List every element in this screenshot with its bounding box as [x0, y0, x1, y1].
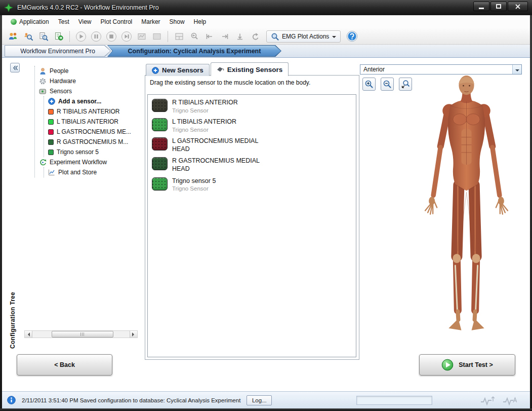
marker-next-button[interactable] — [218, 30, 231, 43]
sensor-name: L GASTROCNEMIUS MEDIAL HEAD — [172, 137, 271, 153]
zoom-previous-icon — [190, 32, 199, 41]
toolbar-separator — [168, 31, 168, 42]
sensor-type: Trigno Sensor — [172, 107, 238, 114]
dropdown-arrow-icon — [332, 36, 336, 40]
status-progress-area — [356, 396, 432, 405]
tree-item-plot-and-store[interactable]: Plot and Store — [44, 167, 142, 177]
sensor-list-item[interactable]: R GASTROCNEMIUS MEDIAL HEAD — [148, 155, 356, 175]
scrollbar-track[interactable] — [32, 331, 130, 338]
sensor-color-chip — [48, 109, 54, 115]
stop-button[interactable] — [104, 30, 118, 43]
undo-zoom-button[interactable] — [248, 30, 262, 43]
tree-item-label: Experiment Workflow — [50, 159, 107, 166]
back-button-label: < Back — [54, 361, 75, 368]
plot-layout-icon — [175, 32, 184, 41]
scroll-right-button[interactable] — [130, 331, 137, 338]
find-user-button[interactable] — [21, 30, 35, 43]
marker-add-button[interactable] — [233, 30, 247, 43]
sensor-list-item[interactable]: Trigno sensor 5Trigno Sensor — [148, 175, 356, 195]
tree-item-add-a-sensor[interactable]: Add a sensor... — [44, 96, 142, 106]
tree-item-r-gastrocnemius[interactable]: R GASTROCNEMIUS M... — [44, 137, 142, 147]
collapse-tree-button[interactable] — [10, 63, 20, 72]
info-icon — [7, 396, 16, 404]
tree-item-l-tibialis-anterior[interactable]: L TIBIALIS ANTERIOR — [44, 117, 142, 127]
manage-users-button[interactable] — [6, 30, 20, 43]
menu-view[interactable]: View — [74, 16, 96, 27]
tree-item-l-gastrocnemius[interactable]: L GASTROCNEMIUS ME... — [44, 127, 142, 137]
trigno-sensor-icon — [152, 99, 168, 112]
record-button[interactable] — [135, 30, 148, 43]
menu-show[interactable]: Show — [165, 16, 189, 27]
maximize-button[interactable] — [490, 2, 507, 11]
breadcrumb-label: Configuration: Cyclical Analysis Experim… — [128, 48, 261, 55]
scrollbar-thumb[interactable] — [52, 331, 113, 338]
minimize-button[interactable] — [473, 2, 489, 11]
find-test-icon — [38, 32, 48, 41]
toolbar: EMG Plot Actions — [2, 28, 530, 45]
sensor-list-item[interactable]: L TIBIALIS ANTERIORTrigno Sensor — [148, 116, 356, 135]
breadcrumb-tab-configuration[interactable]: Configuration: Cyclical Analysis Experim… — [107, 45, 281, 57]
help-button[interactable] — [346, 30, 358, 42]
export-data-button[interactable] — [52, 30, 65, 43]
log-button[interactable]: Log... — [247, 395, 272, 405]
tree-item-sensors[interactable]: Sensors — [35, 86, 142, 96]
back-button[interactable]: < Back — [17, 354, 112, 376]
triangle-left-icon — [26, 332, 30, 337]
minimize-icon — [479, 8, 484, 9]
zoom-in-button[interactable] — [362, 78, 376, 91]
sensor-list-item[interactable]: L GASTROCNEMIUS MEDIAL HEAD — [148, 135, 356, 155]
next-button[interactable] — [119, 30, 133, 43]
zoom-out-icon — [383, 80, 392, 89]
tab-new-sensors[interactable]: New Sensors — [146, 64, 210, 76]
signal-analysis-icon — [503, 396, 517, 405]
menu-help[interactable]: Help — [189, 16, 211, 27]
body-anterior-image[interactable] — [417, 72, 516, 350]
record-icon — [137, 32, 146, 41]
emg-plot-actions-button[interactable]: EMG Plot Actions — [266, 30, 341, 43]
zoom-out-button[interactable] — [381, 78, 394, 91]
close-button[interactable] — [508, 2, 528, 11]
signal-trend-icon — [480, 396, 495, 405]
trigno-sensor-icon — [152, 137, 168, 151]
play-button[interactable] — [74, 30, 88, 43]
marker-previous-button[interactable] — [202, 30, 216, 43]
plot-layout-button[interactable] — [172, 30, 186, 43]
menu-bar: Application Test View Plot Control Marke… — [2, 15, 530, 28]
tree-item-r-tibialis-anterior[interactable]: R TIBIALIS ANTERIOR — [44, 106, 142, 117]
menu-label: View — [78, 18, 92, 25]
stop-icon — [106, 31, 117, 42]
close-icon — [515, 4, 520, 9]
application-icon — [11, 19, 17, 25]
menu-plot-control[interactable]: Plot Control — [96, 16, 137, 27]
tree-item-trigno-sensor-5[interactable]: Trigno sensor 5 — [44, 147, 142, 157]
zoom-previous-button[interactable] — [187, 30, 201, 43]
status-message: 2/11/2011 3:51:40 PM Saved configuration… — [22, 397, 240, 403]
zoom-fit-button[interactable] — [399, 78, 412, 91]
tree-item-label: Trigno sensor 5 — [57, 148, 99, 156]
next-icon — [121, 31, 132, 42]
sensor-type: Trigno Sensor — [172, 185, 216, 192]
tab-existing-sensors[interactable]: Existing Sensors — [211, 62, 289, 76]
find-test-button[interactable] — [36, 30, 50, 43]
marker-add-icon — [236, 32, 244, 41]
scroll-left-button[interactable] — [25, 331, 32, 338]
menu-application[interactable]: Application — [6, 16, 54, 27]
configuration-tree-label: Configuration Tree — [9, 278, 16, 349]
start-test-button[interactable]: Start Test > — [419, 354, 515, 376]
tree-item-experiment-workflow[interactable]: Experiment Workflow — [35, 157, 142, 167]
menu-marker[interactable]: Marker — [137, 16, 165, 27]
tree-item-people[interactable]: People — [35, 66, 142, 76]
start-button-label: Start Test > — [459, 361, 493, 368]
workflow-children: Plot and Store — [44, 167, 142, 177]
menu-label: Test — [58, 18, 69, 25]
sensor-list: R TIBIALIS ANTERIORTrigno Sensor L TIBIA… — [147, 94, 356, 357]
tree-item-hardware[interactable]: Hardware — [35, 76, 142, 86]
pause-button[interactable] — [89, 30, 103, 43]
body-view-value: Anterior — [363, 66, 385, 73]
snapshot-button[interactable] — [150, 30, 163, 43]
tree-horizontal-scrollbar[interactable] — [24, 330, 138, 338]
sensor-list-item[interactable]: R TIBIALIS ANTERIORTrigno Sensor — [148, 97, 356, 116]
breadcrumb-tab-workflow[interactable]: Workflow Environment Pro — [5, 45, 111, 57]
menu-test[interactable]: Test — [54, 16, 74, 27]
trigno-sensor-icon — [152, 157, 168, 170]
